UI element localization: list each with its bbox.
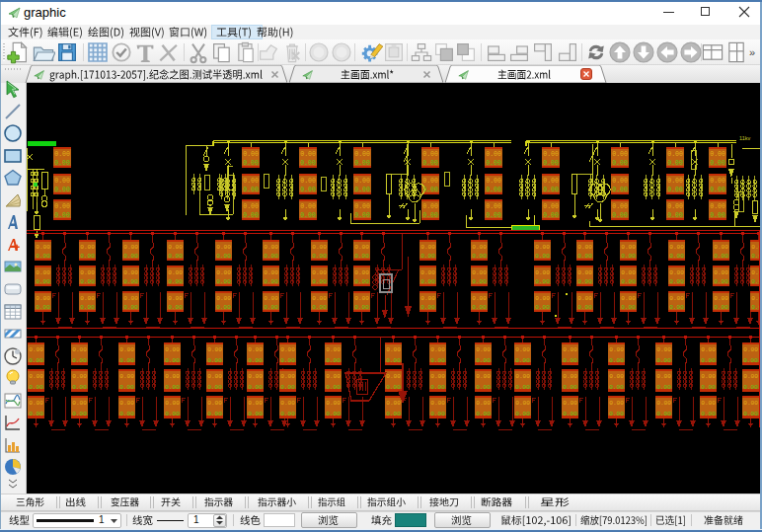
svg-text:0.00: 0.00: [430, 373, 445, 380]
svg-text:0.00: 0.00: [710, 187, 725, 193]
svg-text:0.00: 0.00: [743, 384, 758, 391]
svg-text:0.00: 0.00: [669, 278, 684, 285]
svg-text:0.00: 0.00: [535, 278, 550, 285]
svg-text:0.00: 0.00: [72, 411, 87, 418]
svg-text:0.00: 0.00: [354, 160, 370, 167]
svg-text:0.00: 0.00: [326, 411, 341, 418]
svg-text:0.00: 0.00: [312, 253, 327, 260]
svg-text:0.00: 0.00: [54, 187, 70, 193]
svg-text:0.00: 0.00: [300, 212, 316, 219]
svg-text:0.00: 0.00: [515, 346, 530, 353]
svg-text:0.00: 0.00: [667, 203, 683, 210]
svg-text:0.00: 0.00: [80, 244, 95, 251]
svg-text:0.00: 0.00: [80, 278, 95, 285]
svg-text:0.00: 0.00: [486, 178, 501, 185]
svg-text:0.00: 0.00: [701, 346, 716, 353]
svg-text:0.00: 0.00: [515, 357, 530, 364]
svg-text:0.00: 0.00: [264, 278, 278, 285]
svg-text:0.00: 0.00: [669, 304, 684, 311]
svg-text:0.00: 0.00: [248, 411, 263, 418]
svg-text:0.00: 0.00: [386, 384, 401, 391]
svg-text:0.00: 0.00: [486, 187, 501, 193]
svg-text:0.00: 0.00: [354, 253, 369, 260]
svg-text:0.00: 0.00: [36, 253, 50, 260]
svg-text:0.00: 0.00: [486, 203, 501, 210]
svg-text:0.00: 0.00: [701, 373, 716, 380]
svg-text:0.00: 0.00: [535, 295, 550, 302]
svg-text:0.00: 0.00: [612, 203, 628, 210]
svg-text:0.00: 0.00: [656, 411, 671, 418]
svg-text:0.00: 0.00: [119, 357, 134, 364]
svg-text:0.00: 0.00: [669, 295, 684, 302]
svg-text:0.00: 0.00: [54, 178, 70, 185]
svg-text:0.00: 0.00: [667, 178, 683, 185]
svg-text:0.00: 0.00: [264, 304, 278, 311]
svg-text:0.00: 0.00: [36, 304, 50, 311]
svg-text:0.00: 0.00: [420, 278, 435, 285]
svg-text:0.00: 0.00: [621, 304, 636, 311]
svg-text:0.00: 0.00: [216, 253, 231, 260]
svg-text:0.00: 0.00: [609, 411, 624, 418]
svg-text:0.00: 0.00: [667, 212, 683, 219]
svg-text:0.00: 0.00: [168, 244, 183, 251]
svg-text:0.00: 0.00: [701, 411, 716, 418]
svg-text:0.00: 0.00: [751, 304, 762, 311]
svg-text:0.00: 0.00: [743, 373, 758, 380]
svg-text:0.00: 0.00: [422, 203, 438, 210]
svg-text:0.00: 0.00: [422, 178, 438, 185]
svg-text:0.00: 0.00: [243, 151, 259, 158]
svg-text:0.00: 0.00: [710, 203, 725, 210]
svg-text:0.00: 0.00: [472, 244, 487, 251]
svg-text:0.00: 0.00: [280, 346, 295, 353]
svg-text:0.00: 0.00: [714, 278, 728, 285]
svg-text:0.00: 0.00: [577, 244, 592, 251]
svg-text:0.00: 0.00: [264, 295, 278, 302]
svg-text:0.00: 0.00: [300, 151, 316, 158]
svg-text:0.00: 0.00: [280, 357, 295, 364]
svg-text:0.00: 0.00: [486, 151, 501, 158]
svg-text:0.00: 0.00: [243, 187, 259, 193]
svg-text:0.00: 0.00: [710, 212, 725, 219]
svg-text:0.00: 0.00: [515, 400, 530, 407]
svg-text:0.00: 0.00: [354, 187, 370, 193]
svg-text:0.00: 0.00: [312, 304, 327, 311]
svg-text:0.00: 0.00: [577, 278, 592, 285]
svg-text:0.00: 0.00: [472, 304, 487, 311]
svg-text:0.00: 0.00: [386, 373, 401, 380]
svg-text:0.00: 0.00: [80, 295, 95, 302]
svg-text:0.00: 0.00: [80, 269, 95, 276]
svg-text:0.00: 0.00: [123, 295, 138, 302]
svg-text:0.00: 0.00: [123, 244, 138, 251]
svg-text:0.00: 0.00: [486, 212, 501, 219]
svg-text:0.00: 0.00: [326, 400, 341, 407]
svg-text:0.00: 0.00: [612, 212, 628, 219]
svg-text:0.00: 0.00: [216, 244, 231, 251]
svg-text:0.00: 0.00: [430, 411, 445, 418]
svg-text:0.00: 0.00: [420, 304, 435, 311]
svg-text:0.00: 0.00: [751, 295, 762, 302]
svg-text:0.00: 0.00: [216, 269, 231, 276]
svg-text:0.00: 0.00: [29, 346, 43, 353]
svg-text:0.00: 0.00: [667, 187, 683, 193]
svg-text:0.00: 0.00: [300, 187, 316, 193]
svg-text:0.00: 0.00: [207, 400, 222, 407]
svg-text:0.00: 0.00: [354, 269, 369, 276]
svg-text:0.00: 0.00: [312, 244, 327, 251]
svg-text:0.00: 0.00: [430, 346, 445, 353]
svg-text:0.00: 0.00: [621, 295, 636, 302]
svg-text:0.00: 0.00: [577, 304, 592, 311]
svg-text:0.00: 0.00: [476, 357, 491, 364]
svg-text:0.00: 0.00: [216, 304, 231, 311]
svg-text:0.00: 0.00: [280, 384, 295, 391]
svg-text:0.00: 0.00: [243, 212, 259, 219]
svg-text:0.00: 0.00: [354, 178, 370, 185]
svg-text:0.00: 0.00: [119, 384, 134, 391]
svg-text:0.00: 0.00: [621, 278, 636, 285]
svg-text:0.00: 0.00: [751, 278, 762, 285]
svg-text:0.00: 0.00: [563, 384, 577, 391]
svg-text:0.00: 0.00: [714, 295, 728, 302]
svg-text:0.00: 0.00: [29, 411, 43, 418]
svg-text:0.00: 0.00: [535, 253, 550, 260]
svg-text:0.00: 0.00: [29, 357, 43, 364]
svg-text:0.00: 0.00: [168, 278, 183, 285]
